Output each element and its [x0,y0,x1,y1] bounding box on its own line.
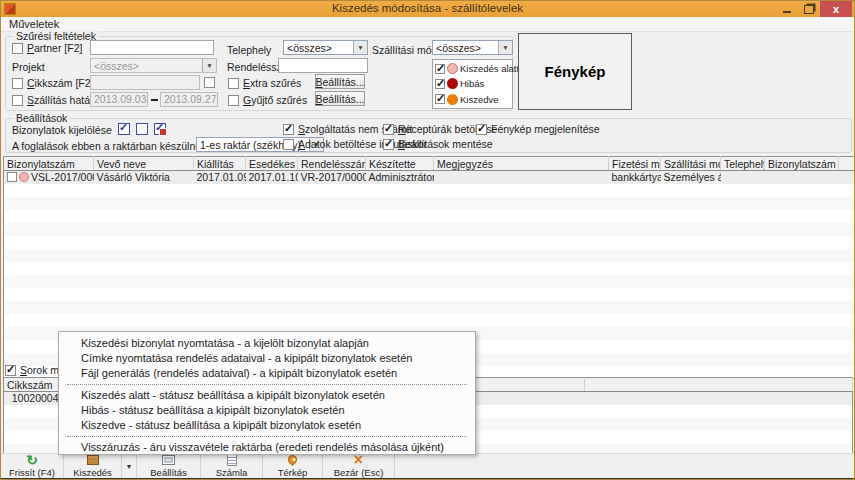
col-filler [839,157,855,171]
filter-group-title: Szűrési feltételek [13,30,99,42]
partner-checkbox-box[interactable] [12,43,23,54]
menu-item-hibas-statusz[interactable]: Hibás - státusz beállítása a kipipált bi… [59,403,475,418]
partner-label: Partner [F2] [27,42,82,54]
gyujto-szures-label: Gyűjtő szűrés [243,94,307,106]
invert-selection-checkbox-icon[interactable] [154,123,166,135]
partner-checkbox[interactable]: Partner [F2] [12,42,82,54]
status-checkbox[interactable] [435,64,445,74]
beallitasok-mentese-checkbox[interactable]: Beállítások mentése [383,138,493,150]
extra-szures-checkbox-box[interactable] [228,78,239,89]
frissit-button[interactable]: Frissít (F4) [1,454,64,478]
col-bizonylatszam2[interactable]: Bizonylatszám 2. [765,157,839,171]
table-row[interactable]: VSL-2017/00002 Vásárló Viktória 2017.01.… [4,171,855,184]
refresh-icon [26,454,38,466]
titlebar: Kiszedés módosítása - szállítólevelek x [1,1,854,17]
gyujto-szures-beallitas-button[interactable]: Beállítás... [315,91,365,106]
fenykep-megjelenites-checkbox[interactable]: Fénykép megjelenítése [476,123,600,135]
date-range-dash [151,99,158,101]
settings-group: Beállítások Bizonylatok kijelölése A fog… [5,118,852,153]
extra-szures-beallitas-button[interactable]: Beállítás... [315,74,365,89]
telephely-label: Telephely [227,44,271,56]
close-button[interactable]: x [820,1,852,17]
menu-item-visszaruzas[interactable]: Visszáruzás - áru visszavétele raktárba … [59,440,475,455]
package-icon [87,455,99,465]
menu-item-kiszedesi-nyomtatas[interactable]: Kiszedési bizonylat nyomtatása - a kijel… [59,336,475,351]
status-color-dot [447,63,458,74]
deselect-all-checkbox-icon[interactable] [136,123,148,135]
telephely-select[interactable]: <összes> [283,40,368,55]
col-fizetesi-mod[interactable]: Fizetési mód [609,157,661,171]
grid-header-row: Bizonylatszám Vevő neve Kiállítás Esedék… [4,157,855,171]
szallitasi-mod-label: Szállítási mód: [372,44,440,56]
cikkszam-label: Cikkszám [F2] [27,77,94,89]
close-x-icon [354,454,363,466]
window-title: Kiszedés módosítása - szállítólevelek [1,2,854,14]
col-telephely[interactable]: Telephely [721,157,765,171]
menu-separator [67,384,467,385]
col-megjegyzes[interactable]: Megjegyzés [434,157,609,171]
menu-item-cimke-nyomtatas[interactable]: Címke nyomtatása rendelés adataival - a … [59,351,475,366]
col-rendelesszam[interactable]: Rendelésszám [298,157,366,171]
partner-input[interactable] [90,40,214,55]
menu-item-fajl-generalas[interactable]: Fájl generálás (rendelés adataival) - a … [59,366,475,381]
extra-szures-label: Extra szűrés [243,77,301,89]
col-bizonylatszam[interactable]: Bizonylatszám [4,157,94,171]
restore-button[interactable] [798,1,820,17]
extra-szures-checkbox[interactable]: Extra szűrés [228,77,301,89]
status-kiszedes-alatt[interactable]: Kiszedés alatt [435,63,510,74]
col-szallitasi-mod[interactable]: Szállítási mód [661,157,721,171]
bizonylatok-kijelolese-label: Bizonylatok kijelölése [12,124,112,136]
beallitas-button[interactable]: Beállítás [137,454,201,478]
menubar: Műveletek [1,17,854,32]
dropdown-arrow-icon [126,460,133,472]
kiszedes-button[interactable]: Kiszedés [64,454,122,478]
app-window: Kiszedés módosítása - szállítólevelek x … [0,0,855,480]
date-from-input: 2013.09.03. [90,92,148,107]
status-color-dot [447,94,458,105]
cikkszam-extra-checkbox[interactable] [204,77,215,88]
szallitas-hatarido-checkbox-box[interactable] [12,95,23,106]
date-to-input: 2013.09.27. [160,92,218,107]
settings-group-title: Beállítások [13,112,70,124]
terkep-button[interactable]: Térkép [263,454,323,478]
col-kiallitas[interactable]: Kiállítás [194,157,246,171]
gyujto-szures-checkbox-box[interactable] [228,95,239,106]
chevron-down-icon[interactable] [353,41,367,54]
cikkszam-checkbox-box[interactable] [12,78,23,89]
fenykep-button[interactable]: Fénykép [518,33,632,110]
bezar-button[interactable]: Bezár (Esc) [323,454,395,478]
raktar-label: A foglalások ebben a raktárban készülnek… [12,140,209,152]
menu-item-kiszedes-alatt-statusz[interactable]: Kiszedés alatt - státusz beállítása a ki… [59,388,475,403]
status-color-dot [447,78,458,89]
bottom-toolbar: Frissít (F4) Kiszedés Beállítás Számla T… [1,453,855,478]
gyujto-szures-checkbox[interactable]: Gyűjtő szűrés [228,94,307,106]
projekt-label: Projekt [12,61,45,73]
menu-separator [67,436,467,437]
col-keszitette[interactable]: Készítette [366,157,434,171]
menu-muveletek[interactable]: Műveletek [9,18,59,30]
invoice-icon [227,454,237,466]
status-checkbox[interactable] [435,79,445,89]
status-hibas[interactable]: Hibás [435,78,510,89]
cikkszam-input [90,75,200,90]
szallitasi-mod-select[interactable]: <összes> [432,40,513,55]
chevron-down-icon[interactable] [498,41,512,54]
status-filter-list: Kiszedés alatt Hibás Kiszedve [432,59,513,109]
col-esedekes[interactable]: Esedékes [246,157,298,171]
menu-item-kiszedve-statusz[interactable]: Kiszedve - státusz beállítása a kipipált… [59,418,475,433]
col-vevo-neve[interactable]: Vevő neve [94,157,194,171]
minimize-button[interactable] [776,1,798,17]
context-menu: Kiszedési bizonylat nyomtatása - a kijel… [58,331,476,455]
chevron-down-icon [202,59,216,72]
status-checkbox[interactable] [435,94,445,104]
filter-group: Szűrési feltételek Partner [F2] Telephel… [5,36,513,111]
col-cikkszam[interactable]: Cikkszám [4,378,62,392]
row-checkbox[interactable] [7,172,17,182]
rendelesszam-input[interactable] [278,58,368,73]
kiszedes-dropdown-button[interactable] [122,454,137,478]
status-kiszedve[interactable]: Kiszedve [435,94,510,105]
select-all-checkbox-icon[interactable] [118,123,130,135]
szamla-button[interactable]: Számla [201,454,263,478]
cikkszam-checkbox[interactable]: Cikkszám [F2] [12,77,94,89]
settings-screen-icon [162,455,175,465]
